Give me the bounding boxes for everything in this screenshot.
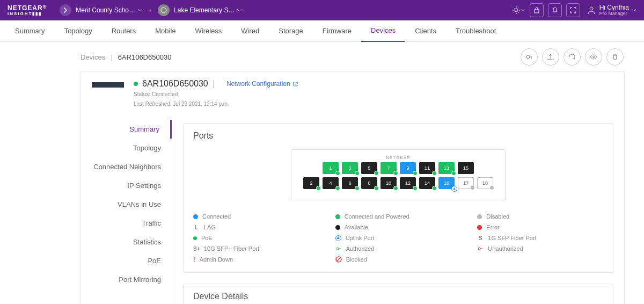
user-role: Pro Manager <box>599 11 629 16</box>
device-details-title: Device Details <box>193 292 603 301</box>
status-dot-icon <box>134 82 138 86</box>
port-7[interactable]: 7 <box>380 162 397 174</box>
tab-devices[interactable]: Devices <box>361 20 405 42</box>
topbar: NETGEAR® INSIGHT▮▮▮ Merit County Scho… ›… <box>0 0 644 20</box>
ports-title: Ports <box>193 131 603 141</box>
port-8[interactable]: 8 <box>361 177 377 189</box>
port-4[interactable]: 4 <box>323 177 339 189</box>
svg-point-6 <box>336 248 339 250</box>
port-13[interactable]: 13 <box>438 162 455 174</box>
tab-storage[interactable]: Storage <box>269 20 313 42</box>
legend-unauthorized: Unauthorized <box>477 245 603 252</box>
external-link-icon <box>292 81 298 87</box>
port-16[interactable]: 16 <box>438 177 455 189</box>
main-panel: 6AR106D650030 | Network Configuration St… <box>80 71 625 304</box>
tab-troubleshoot[interactable]: Troubleshoot <box>446 20 506 42</box>
tab-wired[interactable]: Wired <box>231 20 269 42</box>
legend-connected-and-powered: Connected and Powered <box>335 213 462 220</box>
brand-logo: NETGEAR® INSIGHT▮▮▮ <box>8 4 47 16</box>
breadcrumb-chevron: › <box>149 6 151 14</box>
device-header: 6AR106D650030 | Network Configuration St… <box>81 71 624 114</box>
device-name: 6AR106D650030 <box>142 79 208 89</box>
svg-point-4 <box>526 55 530 59</box>
device-details-card: Device Details <box>183 284 613 304</box>
breadcrumb-sep: | <box>111 53 112 61</box>
sidetab-topology[interactable]: Topology <box>81 139 172 157</box>
switch-brand: NETGEAR <box>301 155 495 160</box>
sidetab-summary[interactable]: Summary <box>81 120 172 139</box>
loc-badge-icon <box>158 4 170 16</box>
svg-point-1 <box>515 9 518 12</box>
chevron-down-icon <box>237 8 242 13</box>
port-15[interactable]: 15 <box>458 162 474 174</box>
bell-icon[interactable] <box>548 3 562 17</box>
sidetab-poe[interactable]: PoE <box>81 251 172 270</box>
tab-wireless[interactable]: Wireless <box>186 20 232 42</box>
legend-blocked: Blocked <box>335 256 462 263</box>
user-greeting: Hi Cynthia <box>599 4 629 11</box>
tab-routers[interactable]: Routers <box>102 20 146 42</box>
view-button[interactable] <box>585 48 602 66</box>
legend-disabled: Disabled <box>477 213 603 220</box>
lock-icon[interactable] <box>530 3 544 17</box>
switch-graphic: NETGEAR 13579111315 2468101214161718 <box>291 149 506 200</box>
delete-button[interactable] <box>606 48 624 66</box>
svg-point-7 <box>478 248 480 250</box>
sidetab-traffic[interactable]: Traffic <box>81 214 172 233</box>
user-icon <box>587 5 596 15</box>
fullscreen-icon[interactable] <box>566 3 580 17</box>
org2-label: Lake Elementary S… <box>174 6 235 14</box>
legend-lag: LLAG <box>193 224 319 230</box>
port-14[interactable]: 14 <box>419 177 435 189</box>
sidetab-port-mirroring[interactable]: Port Mirroring <box>81 270 172 289</box>
svg-point-3 <box>590 7 593 10</box>
port-3[interactable]: 3 <box>342 162 358 174</box>
sidetab-vlans-in-use[interactable]: VLANs in Use <box>81 195 172 214</box>
port-18[interactable]: 18 <box>477 177 493 189</box>
port-9[interactable]: 9 <box>400 162 416 174</box>
legend-admin-down: !Admin Down <box>193 256 319 263</box>
chevron-down-icon <box>137 8 143 13</box>
chevron-down-icon <box>521 8 525 12</box>
network-config-link[interactable]: Network Configuration <box>226 80 298 88</box>
port-5[interactable]: 5 <box>361 162 377 174</box>
breadcrumb-root[interactable]: Devices <box>80 53 105 61</box>
settings-icon[interactable] <box>511 3 525 17</box>
port-1[interactable]: 1 <box>323 162 339 174</box>
refresh-button[interactable] <box>564 48 581 66</box>
legend-authorized: Authorized <box>335 245 462 252</box>
port-6[interactable]: 6 <box>342 177 358 189</box>
svg-point-0 <box>161 8 166 13</box>
legend-available: Available <box>335 224 462 230</box>
org-selector-1[interactable]: Merit County Scho… <box>60 4 143 16</box>
device-status: Status: Connected <box>134 91 298 98</box>
user-menu[interactable]: Hi Cynthia Pro Manager <box>587 4 636 16</box>
sidetab-connected-neighbors[interactable]: Connected Neighbors <box>81 157 172 176</box>
nav-tabs: SummaryTopologyRoutersMobileWirelessWire… <box>0 20 644 42</box>
port-11[interactable]: 11 <box>419 162 435 174</box>
legend-connected: Connected <box>193 213 319 220</box>
port-10[interactable]: 10 <box>380 177 397 189</box>
org1-label: Merit County Scho… <box>76 6 135 14</box>
org-selector-2[interactable]: Lake Elementary S… <box>158 4 242 16</box>
side-tabs: SummaryTopologyConnected NeighborsIP Set… <box>81 114 172 304</box>
legend-error: Error <box>477 224 603 230</box>
credentials-button[interactable] <box>521 48 538 66</box>
ports-legend: ConnectedConnected and PoweredDisabledLL… <box>193 213 603 263</box>
legend-1g-sfp-fiber-port: S1G SFP Fiber Port <box>477 235 603 241</box>
org-badge-icon <box>60 4 71 16</box>
legend-poe: PoE <box>193 235 319 241</box>
sidetab-ip-settings[interactable]: IP Settings <box>81 176 172 195</box>
export-button[interactable] <box>542 48 559 66</box>
tab-firmware[interactable]: Firmware <box>313 20 361 42</box>
tab-summary[interactable]: Summary <box>5 20 55 42</box>
port-2[interactable]: 2 <box>303 177 319 189</box>
port-12[interactable]: 12 <box>400 177 416 189</box>
tab-topology[interactable]: Topology <box>55 20 102 42</box>
tab-mobile[interactable]: Mobile <box>145 20 185 42</box>
tab-clients[interactable]: Clients <box>405 20 446 42</box>
port-17[interactable]: 17 <box>458 177 474 189</box>
device-thumbnail <box>92 82 124 88</box>
svg-point-5 <box>593 56 595 58</box>
sidetab-statistics[interactable]: Statistics <box>81 233 172 251</box>
